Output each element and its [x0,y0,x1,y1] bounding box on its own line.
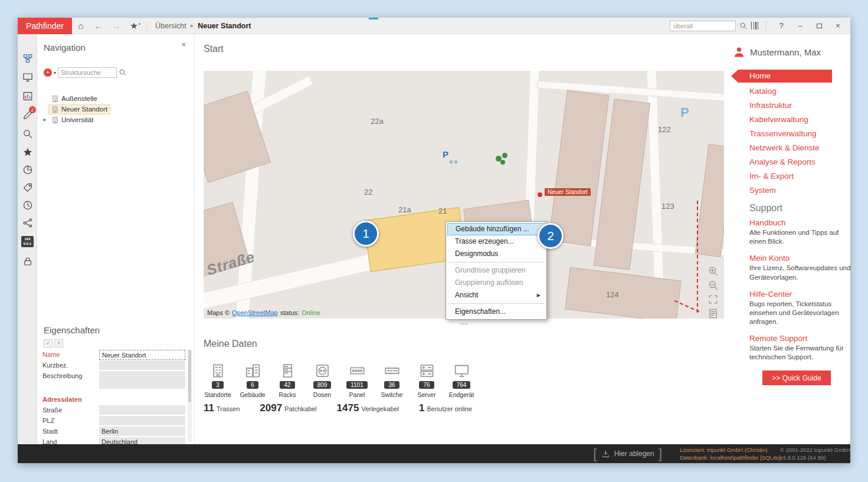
map-page-icon[interactable] [707,308,719,319]
search-icon[interactable] [739,22,748,30]
kurzbez-field[interactable] [99,360,185,370]
menu-infrastruktur[interactable]: Infrastruktur [731,99,832,113]
tree-item-neuer-standort[interactable]: Neuer Standort [41,104,189,114]
menu-kabelverwaltung[interactable]: Kabelverwaltung [731,113,832,127]
menu-netzwerk-dienste[interactable]: Netzwerk & Dienste [731,141,832,155]
navigation-title: Navigation [44,42,86,53]
license-info: Lizenziert: tripunkt GmbH (Christin) Dat… [680,447,781,462]
panel-view-icon[interactable] [21,90,34,102]
support-mein-konto[interactable]: Mein KontoIhre Lizenz, Softwareupdates u… [749,254,850,281]
total-trassen[interactable]: 11Trassen [204,402,240,414]
property-row: Name [42,350,185,360]
support-hilfe-center[interactable]: Hilfe-CenterBugs reporten, Ticketstatus … [749,290,850,327]
structure-search-input[interactable] [58,67,117,78]
menu-system[interactable]: System [731,183,832,198]
minimize-button[interactable]: – [792,21,808,30]
maximize-icon [817,24,822,28]
breadcrumb-root[interactable]: Übersicht [155,22,186,30]
menu-item-ansicht[interactable]: Ansicht▶ [447,289,545,301]
barcode-scan-icon[interactable] [751,22,759,29]
lock-icon[interactable] [21,255,34,267]
search-rail-icon[interactable] [21,127,34,140]
app-logo[interactable]: Pathfinder [18,18,72,34]
scrollbar-thumb[interactable] [188,350,191,402]
support-handbuch[interactable]: HandbuchAlle Funktionen und Tipps auf ei… [749,218,850,246]
zoom-in-icon[interactable] [707,265,719,277]
menu-katalog[interactable]: Katalog [731,84,832,99]
menu-home[interactable]: Home [731,70,832,83]
history-icon[interactable] [21,199,34,211]
total-patchkabel[interactable]: 2097Patchkabel [260,402,316,414]
menu-item-gebaeude-hinzufuegen[interactable]: Gebäude hinzufügen ... [447,223,545,235]
strasse-field[interactable] [99,405,185,415]
license-line: Lizenziert: tripunkt GmbH (Christin) [680,447,781,454]
switch-icon [384,363,400,379]
property-row: Straße [42,405,185,416]
callout-1: 1 [353,221,379,247]
menu-analyse-reports[interactable]: Analyse & Reports [731,155,832,169]
drop-zone[interactable]: [ Hier ablegen ] [593,444,662,463]
total-benutzer-online[interactable]: 1Benutzer online [419,402,472,414]
submenu-arrow-icon: ▶ [537,289,541,301]
splitter-handle[interactable]: ⋯ [455,319,473,328]
stat-gebaeude[interactable]: 6Gebäude [238,361,267,398]
back-icon[interactable]: ← [90,21,107,31]
menu-item-designmodus[interactable]: Designmodus [447,248,545,260]
tree-item-aussenstelle[interactable]: Außenstelle [41,93,189,104]
main-menu: Home Katalog Infrastruktur Kabelverwaltu… [731,68,832,198]
add-node-button[interactable]: + [44,68,52,77]
chevron-down-icon[interactable]: ▾ [54,70,56,76]
map-controls [707,265,719,319]
divider [146,21,147,31]
plz-field[interactable] [99,416,185,425]
menu-im-export[interactable]: Im- & Export [731,169,832,183]
stat-racks[interactable]: 42Racks [273,361,302,398]
name-field[interactable] [99,350,185,360]
close-panel-icon[interactable]: × [181,40,186,49]
maximize-button[interactable] [811,21,827,30]
forward-icon[interactable]: → [107,21,125,31]
stat-endgeraet[interactable]: 764Endgerät [447,361,476,398]
beschreibung-field[interactable] [99,371,185,389]
favorites-icon[interactable] [21,146,34,158]
total-verlegekabel[interactable]: 1475Verlegekabel [337,402,399,414]
scrollbar[interactable] [188,350,192,442]
home-icon[interactable]: ⌂ [72,21,90,31]
ip-management-icon[interactable]: 1920.0.1 [21,235,34,248]
search-icon[interactable] [119,68,127,77]
devices-icon[interactable] [21,71,34,83]
openstreetmap-link[interactable]: OpenStreetMap [232,309,278,316]
fit-view-icon[interactable] [707,294,719,305]
stat-server[interactable]: 76Server [412,361,441,398]
close-button[interactable]: × [830,21,846,30]
stadt-field[interactable]: Berlin [99,427,185,436]
help-button[interactable]: ? [774,21,789,30]
edit-tasks-icon[interactable]: 2 [21,109,34,121]
reports-pie-icon[interactable] [21,163,34,176]
support-remote-support[interactable]: Remote SupportStarten Sie die Fernwartun… [749,334,850,362]
user-info[interactable]: Mustermann, Max [733,46,821,58]
totals-row: 11Trassen 2097Patchkabel 1475Verlegekabe… [204,402,472,414]
expander-icon[interactable]: ▶ [41,117,48,122]
stat-switche[interactable]: 36Switche [378,361,406,398]
stat-dosen[interactable]: 809Dosen [308,361,336,398]
menu-item-trasse-erzeugen[interactable]: Trasse erzeugen... [447,235,545,248]
structure-tree-icon[interactable] [21,52,34,64]
menu-trassenverwaltung[interactable]: Trassenverwaltung [731,127,832,141]
zoom-out-icon[interactable] [707,280,719,291]
property-row: PLZ [42,416,185,427]
stat-standorte[interactable]: 3Standorte [204,361,232,398]
structure-search-row: + ▾ [44,67,127,78]
apply-icon[interactable]: ✓ [44,339,53,347]
favorite-add-icon[interactable]: ★+ [125,21,143,31]
support-heading: Support [749,203,782,214]
menu-item-eigenschaften[interactable]: Eigenschaften... [447,306,545,318]
cancel-icon[interactable]: × [54,339,63,347]
topology-icon[interactable] [21,217,34,229]
quick-guide-button[interactable]: >> Quick Guide [762,370,831,385]
stat-panel[interactable]: 1101Panel [343,361,371,398]
menu-item-gruppierung-aufloesen: Gruppierung auflösen [447,277,545,289]
global-search-input[interactable] [670,21,736,31]
tree-item-universitaet[interactable]: ▶ Universität [41,114,189,125]
tags-icon[interactable] [21,181,34,194]
